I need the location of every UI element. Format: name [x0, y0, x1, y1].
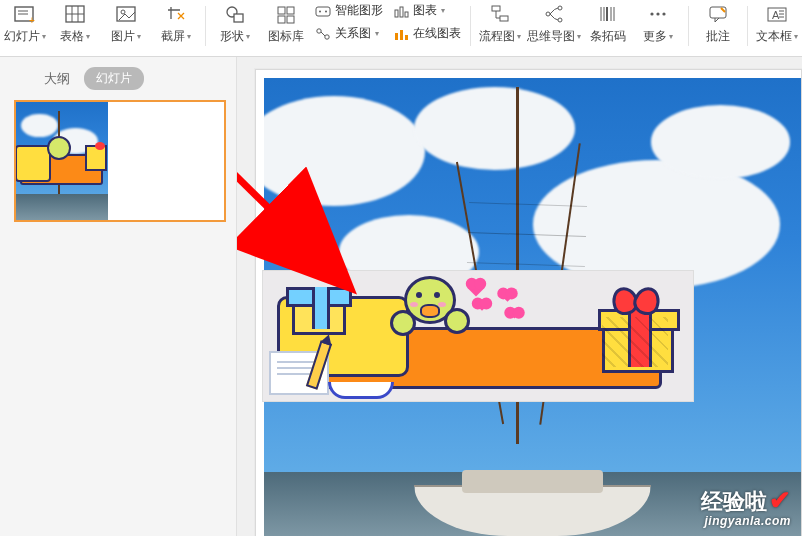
- thumb-banner: [20, 154, 103, 185]
- wave-decor: [328, 382, 394, 399]
- svg-point-32: [558, 18, 562, 22]
- svg-point-31: [558, 6, 562, 10]
- svg-line-21: [321, 32, 325, 36]
- shapes-icon: [224, 2, 246, 26]
- smartart-relation-group: 智能图形 关系图▾: [311, 2, 389, 52]
- screenshot-button[interactable]: 截屏▾: [151, 2, 201, 52]
- chevron-down-icon: ▾: [86, 32, 90, 41]
- smartart-label: 智能图形: [335, 2, 383, 19]
- chevron-down-icon: ▾: [187, 32, 191, 41]
- watermark-url: jingyanla.com: [701, 515, 791, 528]
- svg-rect-16: [316, 7, 330, 16]
- comment-icon: [707, 2, 729, 26]
- more-icon: [647, 2, 669, 26]
- svg-point-20: [325, 34, 329, 38]
- mindmap-button[interactable]: 思维导图▾: [525, 2, 583, 52]
- mindmap-label: 思维导图: [527, 28, 575, 45]
- screenshot-label: 截屏: [161, 28, 185, 45]
- ribbon-separator: [205, 6, 206, 46]
- chevron-down-icon: ▾: [246, 32, 250, 41]
- chevron-down-icon: ▾: [577, 32, 581, 41]
- screenshot-icon: [165, 2, 187, 26]
- picture-label: 图片: [111, 28, 135, 45]
- mindmap-icon: [543, 2, 565, 26]
- ribbon-separator: [470, 6, 471, 46]
- svg-rect-26: [400, 30, 403, 40]
- svg-point-19: [317, 28, 321, 32]
- slide-canvas[interactable]: 经验啦✔ jingyanla.com: [255, 69, 802, 536]
- barcode-label: 条拓码: [590, 28, 626, 45]
- watermark-text: 经验啦: [701, 489, 767, 514]
- textbox-icon: A: [766, 2, 788, 26]
- heart-icon: [467, 279, 484, 296]
- smartart-button[interactable]: 智能图形: [315, 2, 383, 19]
- table-label: 表格: [60, 28, 84, 45]
- textbox-label: 文本框: [756, 28, 792, 45]
- new-slide-button[interactable]: + 幻灯片▾: [0, 2, 50, 52]
- chevron-down-icon: ▾: [137, 32, 141, 41]
- flowchart-button[interactable]: 流程图▾: [475, 2, 525, 52]
- svg-text:+: +: [29, 15, 35, 24]
- icons-button[interactable]: 图标库: [261, 2, 311, 52]
- barcode-icon: [597, 2, 619, 26]
- svg-point-30: [546, 12, 550, 16]
- svg-point-18: [325, 10, 327, 12]
- chevron-down-icon: ▾: [794, 32, 798, 41]
- comment-button[interactable]: 批注: [693, 2, 743, 52]
- svg-rect-28: [492, 6, 500, 11]
- svg-point-38: [651, 12, 654, 15]
- svg-rect-29: [500, 16, 508, 21]
- heart-icon: [510, 309, 520, 319]
- icons-label: 图标库: [268, 28, 304, 45]
- flowchart-icon: [489, 2, 511, 26]
- panel-tabs: 大纲 幻灯片: [0, 57, 236, 98]
- svg-rect-41: [710, 7, 726, 18]
- more-button[interactable]: 更多▾: [633, 2, 683, 52]
- chart-button[interactable]: 图表▾: [393, 2, 445, 19]
- textbox-button[interactable]: A 文本框▾: [752, 2, 802, 52]
- more-label: 更多: [643, 28, 667, 45]
- online-chart-button[interactable]: 在线图表: [393, 25, 461, 42]
- svg-rect-13: [287, 7, 294, 14]
- table-button[interactable]: 表格▾: [50, 2, 100, 52]
- table-icon: [64, 2, 86, 26]
- svg-rect-14: [278, 16, 285, 23]
- heart-icon: [476, 299, 487, 310]
- icon-library-icon: [275, 2, 297, 26]
- comment-label: 批注: [706, 28, 730, 45]
- chart-icon: [393, 4, 409, 18]
- ribbon-separator: [688, 6, 689, 46]
- duck-character: [394, 270, 464, 340]
- chevron-down-icon: ▾: [375, 29, 379, 38]
- svg-point-39: [657, 12, 660, 15]
- svg-rect-15: [287, 16, 294, 23]
- relation-button[interactable]: 关系图▾: [315, 25, 379, 42]
- smartart-icon: [315, 4, 331, 18]
- tab-outline[interactable]: 大纲: [44, 70, 70, 88]
- svg-point-40: [663, 12, 666, 15]
- shapes-label: 形状: [220, 28, 244, 45]
- chart-group: 图表▾ 在线图表: [389, 2, 467, 52]
- svg-rect-11: [234, 14, 243, 22]
- gift-right-icon: [598, 289, 674, 369]
- online-chart-icon: [393, 27, 409, 41]
- inserted-banner-image[interactable]: [262, 270, 694, 402]
- ribbon-toolbar: + 幻灯片▾ 表格▾ 图片▾ 截屏▾ 形状▾ 图标库: [0, 0, 802, 57]
- svg-rect-27: [405, 35, 408, 40]
- chevron-down-icon: ▾: [669, 32, 673, 41]
- chevron-down-icon: ▾: [517, 32, 521, 41]
- relation-label: 关系图: [335, 25, 371, 42]
- picture-button[interactable]: 图片▾: [101, 2, 151, 52]
- shapes-button[interactable]: 形状▾: [210, 2, 260, 52]
- svg-rect-12: [278, 7, 285, 14]
- svg-point-17: [319, 10, 321, 12]
- svg-rect-23: [400, 7, 403, 17]
- new-slide-icon: +: [14, 2, 36, 26]
- slide-thumbnail-1[interactable]: [14, 100, 226, 222]
- relation-icon: [315, 27, 331, 41]
- slide-panel: 大纲 幻灯片: [0, 57, 237, 536]
- watermark: 经验啦✔ jingyanla.com: [701, 486, 791, 528]
- tab-slides[interactable]: 幻灯片: [84, 67, 144, 90]
- svg-text:A: A: [772, 9, 780, 21]
- barcode-button[interactable]: 条拓码: [583, 2, 633, 52]
